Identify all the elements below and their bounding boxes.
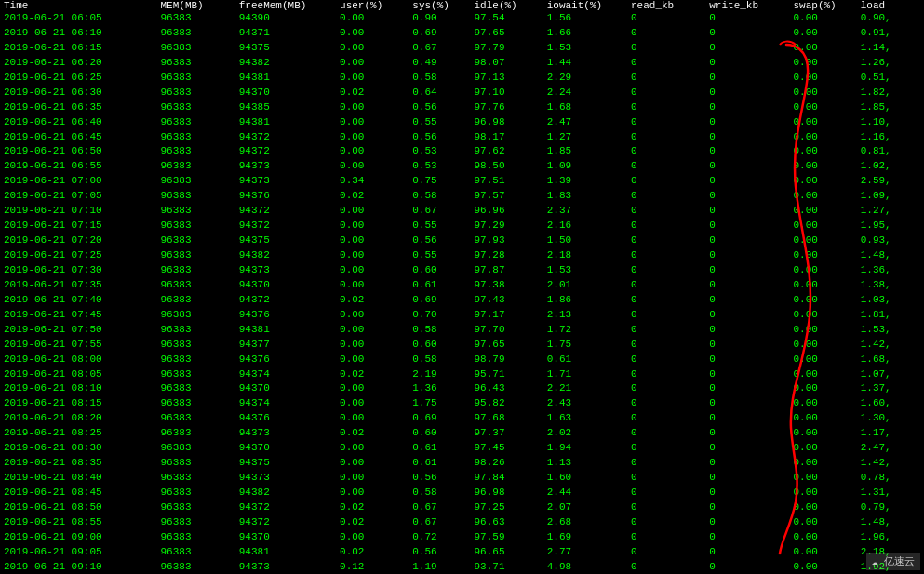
table-cell: 0.00 [336, 396, 408, 411]
table-cell: 1.50 [543, 234, 627, 248]
table-cell: 97.65 [470, 26, 542, 41]
table-row: 2019-06-21 07:2596383943820.000.5597.282… [0, 248, 924, 263]
table-cell: 0 [705, 308, 789, 323]
table-cell: 0 [705, 515, 789, 530]
table-cell: 2019-06-21 08:20 [0, 411, 157, 426]
table-cell: 0.69 [408, 293, 470, 308]
table-cell: 0.00 [790, 219, 857, 234]
watermark: ☁ 亿速云 [866, 553, 920, 570]
table-cell: 1.53, [857, 323, 924, 338]
header-freemem: freeMem(MB) [235, 0, 336, 11]
table-cell: 0.00 [336, 471, 408, 486]
table-cell: 0.00 [790, 204, 857, 219]
table-cell: 0.00 [790, 26, 857, 41]
table-cell: 0 [705, 471, 789, 486]
table-cell: 0 [705, 426, 789, 441]
table-cell: 0 [627, 501, 705, 515]
table-cell: 0 [705, 381, 789, 396]
table-cell: 0 [705, 456, 789, 471]
table-cell: 96383 [157, 71, 235, 86]
table-cell: 0.67 [408, 515, 470, 530]
header-swap: swap(%) [790, 0, 857, 11]
table-cell: 0.67 [408, 501, 470, 515]
table-row: 2019-06-21 06:1096383943710.000.6997.651… [0, 26, 924, 41]
table-cell: 0.02 [336, 501, 408, 515]
table-cell: 94372 [235, 219, 336, 234]
table-cell: 96383 [157, 515, 235, 530]
table-cell: 0.72 [408, 530, 470, 545]
table-cell: 2.47 [543, 115, 627, 130]
table-cell: 0.64 [408, 86, 470, 100]
table-cell: 0.00 [790, 441, 857, 456]
table-cell: 1.30, [857, 411, 924, 426]
terminal: Time MEM(MB) freeMem(MB) user(%) sys(%) … [0, 0, 924, 574]
table-cell: 2.21 [543, 381, 627, 396]
table-cell: 0 [627, 248, 705, 263]
table-row: 2019-06-21 06:3096383943700.020.6497.102… [0, 86, 924, 100]
table-cell: 0 [627, 41, 705, 56]
table-cell: 0.00 [790, 381, 857, 396]
table-cell: 94385 [235, 100, 336, 115]
table-cell: 2019-06-21 06:15 [0, 41, 157, 56]
table-cell: 2019-06-21 07:10 [0, 204, 157, 219]
table-row: 2019-06-21 07:4096383943720.020.6997.431… [0, 293, 924, 308]
table-cell: 0.61 [408, 278, 470, 293]
table-row: 2019-06-21 07:5096383943810.000.5897.701… [0, 323, 924, 338]
table-cell: 2.07 [543, 501, 627, 515]
table-cell: 0.00 [336, 530, 408, 545]
table-cell: 0.00 [790, 530, 857, 545]
table-cell: 0.00 [336, 263, 408, 278]
table-cell: 0.70 [408, 308, 470, 323]
table-cell: 2.68 [543, 515, 627, 530]
table-cell: 1.36 [408, 381, 470, 396]
table-cell: 0 [705, 41, 789, 56]
table-cell: 0 [705, 115, 789, 130]
table-cell: 94381 [235, 545, 336, 560]
table-cell: 2019-06-21 07:55 [0, 338, 157, 353]
table-cell: 0 [627, 189, 705, 204]
table-cell: 94382 [235, 486, 336, 501]
table-cell: 0.00 [336, 130, 408, 145]
table-cell: 2019-06-21 06:20 [0, 56, 157, 71]
table-row: 2019-06-21 07:4596383943760.000.7097.172… [0, 308, 924, 323]
table-cell: 2.59, [857, 174, 924, 189]
table-cell: 0 [627, 293, 705, 308]
table-cell: 0.58 [408, 189, 470, 204]
watermark-logo: ☁ [872, 556, 878, 567]
table-cell: 0.61 [408, 456, 470, 471]
table-cell: 2019-06-21 08:45 [0, 486, 157, 501]
table-cell: 0.00 [790, 456, 857, 471]
table-row: 2019-06-21 06:5596383943730.000.5398.501… [0, 159, 924, 174]
table-cell: 0.02 [336, 293, 408, 308]
table-cell: 0 [705, 86, 789, 100]
table-cell: 97.13 [470, 71, 542, 86]
table-cell: 0.00 [790, 234, 857, 248]
header-readkb: read_kb [627, 0, 705, 11]
table-cell: 97.45 [470, 441, 542, 456]
table-row: 2019-06-21 08:0596383943740.022.1995.711… [0, 367, 924, 382]
table-cell: 2019-06-21 08:05 [0, 367, 157, 382]
table-cell: 0 [627, 545, 705, 560]
table-cell: 0.93, [857, 234, 924, 248]
table-cell: 0.00 [790, 353, 857, 367]
table-cell: 94377 [235, 338, 336, 353]
table-cell: 1.94 [543, 441, 627, 456]
table-cell: 0.00 [790, 71, 857, 86]
table-cell: 2019-06-21 06:05 [0, 11, 157, 26]
table-cell: 0 [705, 278, 789, 293]
table-cell: 0 [627, 367, 705, 382]
table-cell: 94390 [235, 11, 336, 26]
table-cell: 1.26, [857, 56, 924, 71]
table-cell: 0 [627, 396, 705, 411]
table-cell: 0.55 [408, 248, 470, 263]
table-cell: 2.19 [408, 367, 470, 382]
table-cell: 94372 [235, 204, 336, 219]
table-cell: 96383 [157, 411, 235, 426]
table-cell: 2019-06-21 08:15 [0, 396, 157, 411]
table-cell: 0.00 [336, 115, 408, 130]
table-row: 2019-06-21 08:5096383943720.020.6797.252… [0, 501, 924, 515]
table-cell: 0 [705, 501, 789, 515]
table-cell: 1.38, [857, 278, 924, 293]
table-cell: 97.70 [470, 323, 542, 338]
table-cell: 97.17 [470, 308, 542, 323]
